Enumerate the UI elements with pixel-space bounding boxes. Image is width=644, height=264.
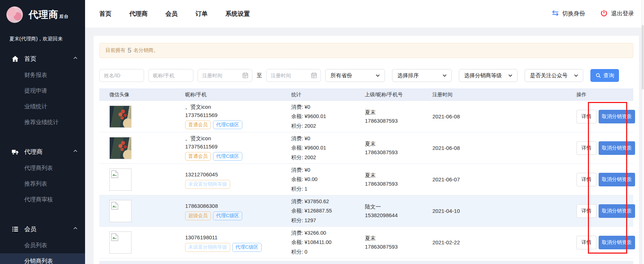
registration-date: 2021-02-22 bbox=[432, 239, 576, 245]
logo: 代理商后台 bbox=[0, 0, 85, 23]
topnav-item[interactable]: 会员 bbox=[165, 10, 178, 18]
sidebar-item[interactable]: 财务报表 bbox=[0, 67, 85, 83]
sidebar-item[interactable]: 推荐列表 bbox=[0, 176, 85, 192]
sidebar-item[interactable]: 代理商审核 bbox=[0, 192, 85, 207]
topnav-item[interactable]: 系统设置 bbox=[226, 10, 250, 18]
regtime-start-input[interactable] bbox=[198, 69, 252, 82]
topbar: 首页代理商会员订单系统设置 切换身份 bbox=[85, 0, 644, 28]
sidebar-item[interactable]: 代理商列表 bbox=[0, 160, 85, 176]
switch-identity-button[interactable]: 切换身份 bbox=[551, 9, 585, 19]
sidebar-group: 代理商代理商列表推荐列表代理商审核 bbox=[0, 143, 85, 217]
parent-cell: 夏末17863087593 bbox=[365, 234, 432, 251]
detail-button[interactable]: 详情 bbox=[576, 204, 596, 218]
balance-stat: 余额: ¥9600.01 bbox=[291, 143, 365, 152]
points-stat: 积分: 2002 bbox=[291, 153, 365, 162]
registration-date: 2021-04-10 bbox=[432, 208, 576, 214]
sidebar: 代理商后台 夏末(代理商)，欢迎回来 首页财务报表提现申请业绩统计推荐业绩统计代… bbox=[0, 0, 85, 264]
member-phone: 17863086308 bbox=[185, 203, 291, 209]
parent-name: 夏末 bbox=[365, 234, 432, 243]
parent-name: 夏末 bbox=[365, 171, 432, 180]
parent-phone: 17863087593 bbox=[365, 243, 432, 251]
vertical-scrollbar[interactable] bbox=[641, 0, 644, 264]
sidebar-item[interactable]: 会员列表 bbox=[0, 238, 85, 253]
sidebar-item[interactable]: 分销商列表 bbox=[0, 253, 85, 264]
regtime-end-input[interactable] bbox=[266, 69, 321, 82]
table-header-row: 微信头像 昵称/手机 统计 上级/昵称/手机号 注册时间 操作 bbox=[99, 88, 633, 101]
balance-stat: 余额: ¥126887.55 bbox=[291, 206, 365, 215]
logo-title-text: 代理商 bbox=[29, 9, 59, 20]
sidebar-group-label: 首页 bbox=[24, 55, 73, 63]
nick-phone-input[interactable] bbox=[148, 69, 193, 82]
sidebar-group-label: 代理商 bbox=[24, 148, 73, 156]
topnav-item[interactable]: 订单 bbox=[195, 10, 208, 18]
balance-stat: 余额: ¥108411.00 bbox=[291, 238, 365, 247]
sidebar-group-head[interactable]: 代理商 bbox=[0, 143, 85, 160]
detail-button[interactable]: 详情 bbox=[576, 110, 596, 123]
swap-arrows-icon bbox=[551, 9, 559, 19]
registration-date: 2021-06-08 bbox=[432, 113, 576, 119]
date-range-to-label: 至 bbox=[257, 72, 262, 79]
scrollbar-thumb[interactable] bbox=[642, 25, 644, 89]
welcome-text: 夏末(代理商)，欢迎回来 bbox=[0, 36, 85, 42]
detail-button[interactable]: 详情 bbox=[576, 141, 596, 155]
registration-date: 2021-06-07 bbox=[432, 176, 576, 182]
search-icon bbox=[595, 73, 601, 78]
member-nickname: 。贤文icon bbox=[185, 104, 291, 111]
registration-date: 2021-06-08 bbox=[432, 145, 576, 151]
sidebar-item[interactable]: 推荐业绩统计 bbox=[0, 114, 85, 130]
consume-stat: 消费: ¥0 bbox=[291, 165, 365, 175]
avatar-cell bbox=[109, 168, 185, 191]
balance-stat: 余额: ¥9600.01 bbox=[291, 112, 365, 121]
topnav-item[interactable]: 首页 bbox=[99, 10, 112, 18]
col-header-regtime: 注册时间 bbox=[432, 92, 576, 98]
topnav-item[interactable]: 代理商 bbox=[129, 10, 148, 18]
sidebar-group: 会员会员列表分销商列表 bbox=[0, 220, 85, 264]
points-stat: 积分: 1297 bbox=[291, 216, 365, 225]
cancel-distribution-button[interactable]: 取消分销资质 bbox=[599, 236, 635, 249]
search-button[interactable]: 查询 bbox=[590, 69, 619, 82]
detail-button[interactable]: 详情 bbox=[576, 236, 596, 249]
member-tags: 未设置分销商等级 bbox=[185, 180, 291, 189]
col-header-parent: 上级/昵称/手机号 bbox=[365, 92, 432, 98]
province-select[interactable]: 所有省份 bbox=[325, 69, 385, 82]
switch-identity-label: 切换身份 bbox=[562, 10, 585, 18]
sidebar-item[interactable]: 提现申请 bbox=[0, 83, 85, 99]
stats-cell: 消费: ¥0余额: ¥0.00积分: 1 bbox=[291, 165, 365, 193]
sort-select[interactable]: 选择排序 bbox=[392, 69, 452, 82]
member-level-tag: 普通会员 bbox=[185, 152, 211, 161]
parent-cell: 夏末17863087593 bbox=[365, 140, 432, 157]
name-id-input[interactable] bbox=[99, 69, 144, 82]
actions-cell: 详情取消分销资质 bbox=[576, 204, 635, 218]
sidebar-group-head[interactable]: 会员 bbox=[0, 220, 85, 238]
cancel-distribution-button[interactable]: 取消分销资质 bbox=[599, 110, 635, 123]
logout-button[interactable]: 退出登录 bbox=[600, 9, 634, 19]
distributor-level-select[interactable]: 选择分销商等级 bbox=[459, 69, 517, 82]
sidebar-group-head[interactable]: 首页 bbox=[0, 50, 85, 67]
col-header-avatar: 微信头像 bbox=[109, 92, 185, 98]
chevron-down-icon bbox=[574, 73, 579, 78]
cancel-distribution-button[interactable]: 取消分销资质 bbox=[599, 204, 635, 218]
cancel-distribution-button[interactable]: 取消分销资质 bbox=[599, 173, 635, 186]
consume-stat: 消费: ¥0 bbox=[291, 134, 365, 143]
table-body: 。贤文icon17375611569普通会员代理C级区消费: ¥0余额: ¥96… bbox=[99, 101, 633, 258]
cancel-distribution-button[interactable]: 取消分销资质 bbox=[599, 141, 635, 155]
stats-cell: 消费: ¥37850.62余额: ¥126887.55积分: 1297 bbox=[291, 197, 365, 225]
member-tags: 未设置分销商等级代理C级区 bbox=[185, 243, 291, 251]
chevron-down-icon bbox=[508, 73, 513, 78]
top-navigation: 首页代理商会员订单系统设置 bbox=[99, 10, 250, 18]
parent-name: 陆文一 bbox=[365, 202, 432, 211]
member-phone: 17375611569 bbox=[185, 143, 291, 150]
list-icon bbox=[11, 225, 19, 233]
sidebar-item[interactable]: 业绩统计 bbox=[0, 99, 85, 114]
chevron-down-icon bbox=[375, 73, 380, 78]
sidebar-group: 首页财务报表提现申请业绩统计推荐业绩统计 bbox=[0, 50, 85, 140]
logout-label: 退出登录 bbox=[611, 10, 634, 18]
follow-official-account-select[interactable]: 是否关注公众号 bbox=[525, 69, 583, 82]
table-row: 13212706045未设置分销商等级消费: ¥0余额: ¥0.00积分: 1夏… bbox=[99, 164, 633, 195]
logo-suffix-text: 后台 bbox=[59, 14, 69, 19]
power-icon bbox=[600, 9, 608, 19]
detail-button[interactable]: 详情 bbox=[576, 173, 596, 186]
distributor-list-card: 目前拥有 5 名分销商。 至 bbox=[94, 36, 639, 264]
col-header-actions: 操作 bbox=[576, 92, 630, 98]
broken-avatar-image bbox=[109, 168, 132, 191]
